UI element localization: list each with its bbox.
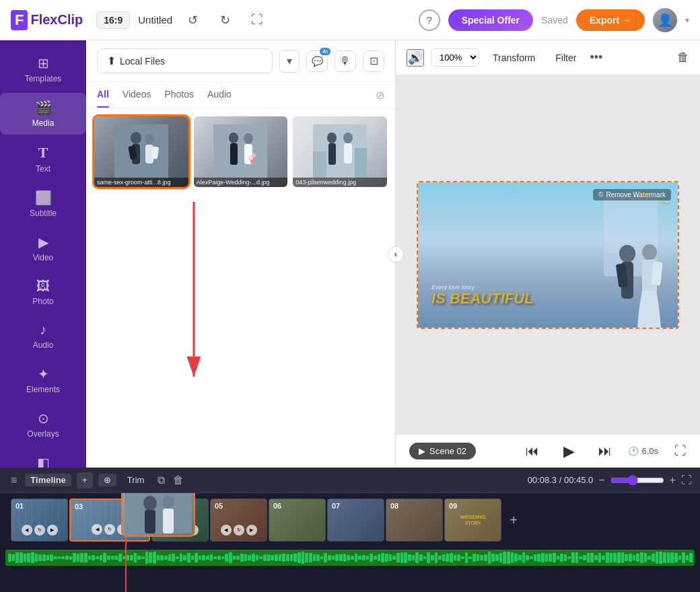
svg-point-14 xyxy=(250,159,254,163)
timeline-label: Timeline xyxy=(25,474,71,486)
svg-point-13 xyxy=(252,153,256,157)
upload-label: Local Files xyxy=(120,56,165,67)
volume-button[interactable]: 🔊 xyxy=(407,49,424,67)
clip-08-logo: WEDDING STORY xyxy=(460,515,486,525)
thumb-1-image xyxy=(114,124,168,178)
remove-watermark-button[interactable]: © Remove Watermark xyxy=(593,189,671,200)
zoom-select[interactable]: 100% xyxy=(431,48,479,67)
topbar: F FlexClip 16:9 Untitled ↺ ↻ ⛶ ? Special… xyxy=(0,0,700,40)
special-offer-button[interactable]: Special Offer xyxy=(448,9,533,31)
timeline-split-button[interactable]: ⊕ xyxy=(98,474,116,486)
media-thumb-3[interactable]: 043-pilsenwedding.jpg xyxy=(293,116,387,187)
timeline-clip-08[interactable]: 09 WEDDING STORY xyxy=(444,498,501,542)
play-button[interactable]: ▶ xyxy=(555,438,582,465)
preview-controls: ▶ Scene 02 ⏮ ▶ ⏭ 🕐 6.0s ⛶ xyxy=(396,434,700,468)
tab-audio[interactable]: Audio xyxy=(207,82,232,108)
zoom-in-button[interactable]: + xyxy=(670,474,676,486)
sidebar-item-bkground[interactable]: ◧ BKground xyxy=(0,448,86,468)
fullscreen-button[interactable]: ⛶ xyxy=(245,8,269,32)
sidebar-item-subtitle[interactable]: ⬜ Subtitle xyxy=(0,183,86,225)
sidebar-label-templates: Templates xyxy=(25,74,62,83)
filter-button[interactable]: Filter xyxy=(549,50,583,66)
tab-all[interactable]: All xyxy=(97,82,109,108)
expand-button[interactable]: ⛶ xyxy=(674,444,687,458)
thumb-3-image xyxy=(313,124,367,178)
zoom-out-button[interactable]: − xyxy=(598,474,604,486)
delete-button[interactable]: 🗑 xyxy=(677,50,689,65)
redo-button[interactable]: ↻ xyxy=(213,8,237,32)
timeline-clip-05[interactable]: 06 xyxy=(269,498,326,542)
filter-icon[interactable]: ⊘ xyxy=(376,89,384,102)
aspect-ratio-button[interactable]: 16:9 xyxy=(96,11,130,29)
media-thumb-2[interactable]: AlexPaige-Wedding-...d.jpg xyxy=(194,116,288,187)
timeline-copy-button[interactable]: ⧉ xyxy=(155,473,168,488)
add-clip-button[interactable]: + xyxy=(503,498,524,542)
sidebar-label-text: Text xyxy=(36,164,50,174)
svg-point-27 xyxy=(642,244,657,260)
export-button[interactable]: Export → xyxy=(576,9,645,31)
media-panel: ⬆ Local Files ▾ 💬 AI 🎙 ⊡ All Videos Phot… xyxy=(86,40,396,468)
svg-rect-32 xyxy=(145,510,155,533)
svg-point-8 xyxy=(229,133,238,143)
clip-01-num: 01 xyxy=(15,502,24,510)
ai-badge-dot: AI xyxy=(320,48,330,55)
svg-rect-34 xyxy=(163,509,174,533)
templates-icon: ⊞ xyxy=(38,55,49,71)
sidebar-item-photo[interactable]: 🖼 Photo xyxy=(0,272,86,313)
sidebar-item-overlays[interactable]: ⊙ Overlays xyxy=(0,404,86,445)
elements-icon: ✦ xyxy=(38,366,49,382)
sidebar: ⊞ Templates 🎬 Media T Text ⬜ Subtitle ▶ … xyxy=(0,40,86,468)
clip-01-controls: ◀ ↻ ▶ xyxy=(22,525,58,535)
timeline-clip-01[interactable]: 01 ◀ ↻ ▶ xyxy=(11,498,68,542)
undo-button[interactable]: ↺ xyxy=(180,8,205,32)
sidebar-item-media[interactable]: 🎬 Media xyxy=(0,93,86,135)
panel-collapse-button[interactable]: ‹ xyxy=(388,246,404,262)
svg-rect-7 xyxy=(213,124,267,178)
mic-button[interactable]: 🎙 xyxy=(335,50,356,72)
timeline-settings-button[interactable]: ≡ xyxy=(8,473,20,488)
scene-badge[interactable]: ▶ Scene 02 xyxy=(409,443,476,459)
tab-videos[interactable]: Videos xyxy=(123,82,151,108)
timeline-clip-04[interactable]: 05 ◀ ↻ ▶ xyxy=(210,498,267,542)
arrow-area xyxy=(86,195,395,468)
zoom-slider[interactable] xyxy=(610,475,664,486)
preview-canvas: ✦ 〜 xyxy=(396,75,700,434)
play-icon: ▶ xyxy=(419,446,425,456)
tab-photos[interactable]: Photos xyxy=(164,82,194,108)
subtitle-icon: ⬜ xyxy=(35,190,52,206)
media-grid: same-sex-groom-atti...8.jpg xyxy=(86,108,395,195)
more-options-button[interactable]: ••• xyxy=(590,50,602,65)
sidebar-item-audio[interactable]: ♪ Audio xyxy=(0,316,86,357)
sidebar-item-text[interactable]: T Text xyxy=(0,137,86,180)
timeline-clip-06[interactable]: 07 xyxy=(327,498,384,542)
transform-button[interactable]: Transform xyxy=(486,50,542,66)
skip-back-button[interactable]: ⏮ xyxy=(520,441,545,461)
help-button[interactable]: ? xyxy=(419,9,440,31)
svg-rect-19 xyxy=(344,143,352,163)
screen-capture-button[interactable]: ⊡ xyxy=(363,50,384,72)
filename-3: 043-pilsenwedding.jpg xyxy=(293,178,387,187)
app-logo[interactable]: F FlexClip xyxy=(11,10,83,30)
sidebar-item-video[interactable]: ▶ Video xyxy=(0,227,86,269)
media-thumb-1[interactable]: same-sex-groom-atti...8.jpg xyxy=(94,116,188,187)
timeline-clip-07[interactable]: 08 xyxy=(386,498,443,542)
avatar-dropdown[interactable]: ▾ xyxy=(685,15,689,25)
timeline-expand-button[interactable]: ⛶ xyxy=(681,474,692,486)
skip-forward-button[interactable]: ⏭ xyxy=(593,441,617,461)
bkground-icon: ◧ xyxy=(37,455,50,468)
upload-button[interactable]: ⬆ Local Files xyxy=(97,48,273,73)
avatar[interactable]: 👤 xyxy=(653,8,677,32)
timeline-delete-button[interactable]: 🗑 xyxy=(173,474,184,486)
project-name[interactable]: Untitled xyxy=(138,14,172,26)
svg-rect-30 xyxy=(125,493,192,533)
duration-text: 6.0s xyxy=(641,446,658,456)
clip-04-num: 05 xyxy=(215,502,223,510)
sidebar-item-templates[interactable]: ⊞ Templates xyxy=(0,48,86,90)
scene-label: Scene 02 xyxy=(429,446,466,456)
sidebar-item-elements[interactable]: ✦ Elements xyxy=(0,359,86,401)
trim-button[interactable]: Trim xyxy=(122,474,150,486)
timeline-add-button[interactable]: + xyxy=(77,472,93,488)
svg-point-4 xyxy=(145,134,154,145)
sidebar-label-media: Media xyxy=(32,118,55,128)
upload-dropdown[interactable]: ▾ xyxy=(279,50,300,73)
